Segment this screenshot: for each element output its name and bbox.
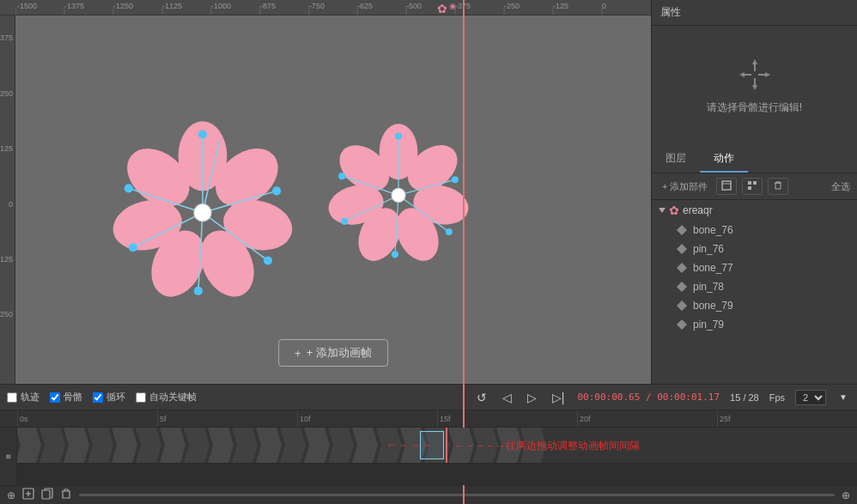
track-checkbox[interactable]	[7, 392, 17, 403]
add-component-button[interactable]: + 添加部件	[659, 179, 711, 195]
frame-total: 28	[749, 392, 759, 403]
timeline-scroll-slider[interactable]	[79, 494, 835, 496]
timeline-ruler: 0s 5f 10f 15f 20f 25f ✿ ❀	[0, 410, 857, 428]
canvas-viewport[interactable]: + + 添加动画帧	[15, 15, 651, 384]
list-item[interactable]: pin_79	[652, 315, 857, 334]
expand-icon	[659, 208, 666, 213]
add-keyframe-label: + 添加动画帧	[307, 345, 372, 361]
tick-0s: 0s	[17, 410, 157, 427]
timeline-track-area[interactable]: ←－－－→往两边拖动调整动画帧间间隔 ←－－－	[17, 428, 857, 485]
list-item[interactable]: bone_76	[652, 221, 857, 240]
autokey-checkbox-item: 自动关键帧	[136, 391, 197, 404]
ruler-left-mark: 0	[9, 200, 13, 209]
icon-button-delete[interactable]	[768, 178, 788, 195]
timeline-copy-button[interactable]	[41, 488, 53, 502]
right-panel: 属性 请选择骨骼进行编辑! 图层 动作	[651, 0, 857, 384]
list-item[interactable]: pin_78	[652, 277, 857, 296]
bone-checkbox[interactable]	[50, 392, 60, 403]
svg-marker-71	[677, 244, 687, 254]
layer-group-name: ereaqr	[683, 204, 713, 216]
keyframe-markers: ✿ ❀	[437, 2, 456, 15]
svg-point-53	[341, 218, 348, 225]
timeline-add-button[interactable]	[22, 488, 34, 502]
layer-item-label: bone_76	[693, 224, 733, 236]
svg-point-30	[272, 186, 281, 195]
properties-title: 属性	[660, 6, 681, 18]
svg-point-32	[194, 287, 203, 295]
loop-checkbox[interactable]	[93, 392, 103, 403]
properties-header: 属性	[652, 0, 857, 26]
play-button[interactable]: ▷	[525, 391, 539, 404]
left-arrow-hint: ←－－－	[386, 438, 434, 453]
svg-marker-61	[739, 72, 745, 77]
layer-group-header[interactable]: ✿ ereaqr	[652, 200, 857, 221]
bone-checkbox-item: 骨骼	[50, 391, 82, 404]
svg-marker-75	[677, 319, 687, 330]
canvas-svg	[15, 15, 651, 384]
svg-rect-69	[748, 186, 751, 190]
svg-marker-60	[752, 85, 757, 90]
autokey-label: 自动关键帧	[149, 391, 197, 404]
bone-icon	[676, 300, 688, 312]
layer-item-label: pin_79	[693, 319, 724, 331]
list-item[interactable]: pin_76	[652, 240, 857, 258]
fps-down-button[interactable]: ▼	[836, 392, 850, 402]
track-checkbox-item: 轨迹	[7, 391, 40, 404]
bottom-toolbar: 轨迹 骨骼 循环 自动关键帧 ↺ ◁ ▷ ▷| 00:00:00.65 / 00…	[0, 384, 857, 410]
svg-rect-79	[42, 490, 50, 499]
fps-label: Fps	[769, 392, 785, 403]
svg-point-34	[125, 184, 133, 192]
flower-group-icon: ✿	[669, 203, 679, 217]
timeline-zoom-button[interactable]: ⊕	[842, 489, 850, 501]
add-keyframe-button[interactable]: + + 添加动画帧	[278, 339, 388, 367]
panel-tabs: 图层 动作	[652, 146, 857, 173]
timeline-content: ≡	[0, 428, 857, 485]
fps-select[interactable]: 24	[795, 390, 826, 405]
svg-marker-73	[677, 282, 687, 292]
timeline-delete-button[interactable]	[60, 488, 72, 502]
list-item[interactable]: bone_77	[652, 258, 857, 277]
svg-marker-72	[677, 263, 687, 273]
loop-checkbox-item: 循环	[93, 391, 125, 404]
timeline-area: 0s 5f 10f 15f 20f 25f ✿ ❀ ≡	[0, 410, 857, 504]
tab-actions[interactable]: 动作	[700, 146, 748, 173]
svg-rect-64	[722, 181, 731, 190]
tick-15f: 15f	[437, 410, 577, 427]
tick-25f: 25f	[717, 410, 857, 427]
svg-point-49	[395, 132, 402, 139]
ruler-ticks-svg	[15, 0, 651, 15]
track-label: 轨迹	[21, 391, 40, 404]
pin-icon	[676, 243, 688, 255]
main-area: -1500 -1375 -1250 -1125 -1000 -875 -750 …	[0, 0, 857, 384]
ruler-top: -1500 -1375 -1250 -1125 -1000 -875 -750 …	[0, 0, 651, 15]
layer-item-label: bone_79	[693, 300, 733, 312]
layer-item-label: pin_76	[693, 243, 724, 255]
autokey-checkbox[interactable]	[136, 392, 146, 403]
icon-button-2[interactable]	[742, 178, 763, 195]
icon-button-1[interactable]	[716, 178, 737, 195]
bone-icon	[676, 262, 688, 274]
tick-5f: 5f	[157, 410, 297, 427]
loop-label: 循环	[106, 391, 125, 404]
reset-button[interactable]: ↺	[474, 391, 489, 404]
next-frame-button[interactable]: ▷|	[550, 391, 568, 404]
list-item[interactable]: bone_79	[652, 296, 857, 315]
bone-icon	[676, 224, 688, 236]
panel-toolbar: + 添加部件 全选	[652, 173, 857, 200]
select-all-button[interactable]: 全选	[831, 180, 850, 193]
properties-empty: 请选择骨骼进行编辑!	[652, 26, 857, 146]
timeline-side-label: ≡	[3, 454, 13, 459]
svg-point-29	[198, 130, 207, 138]
frame-position-indicator	[446, 428, 447, 463]
svg-point-28	[194, 204, 211, 222]
timeline-start-button[interactable]: ⊕	[7, 489, 15, 501]
bone-label: 骨骼	[64, 391, 82, 404]
prev-frame-button[interactable]: ◁	[500, 391, 514, 404]
svg-rect-67	[748, 181, 751, 185]
time-current: 00:00:00.65	[577, 392, 640, 403]
svg-point-52	[392, 251, 398, 258]
svg-marker-70	[677, 225, 687, 235]
canvas-container: -1500 -1375 -1250 -1125 -1000 -875 -750 …	[0, 0, 651, 384]
svg-marker-74	[677, 301, 687, 311]
tab-layers[interactable]: 图层	[652, 146, 700, 173]
